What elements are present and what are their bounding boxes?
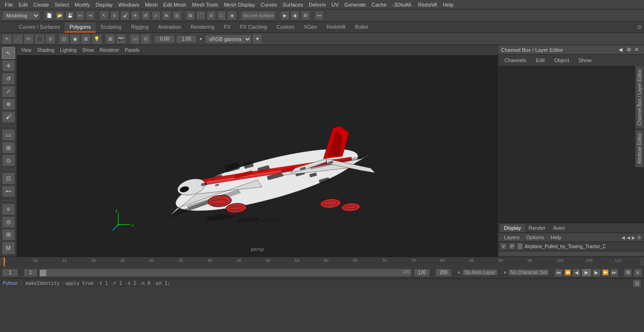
menu-item-surfaces[interactable]: Surfaces: [280, 1, 306, 8]
menu-item-deform[interactable]: Deform: [306, 1, 329, 8]
python-mode-label[interactable]: Python: [3, 281, 17, 286]
snap-grid-button[interactable]: ⊞: [186, 11, 195, 20]
select-tool-button[interactable]: ↖: [99, 11, 109, 20]
quick-select-left-btn[interactable]: ⊞: [2, 142, 15, 154]
ws-tab-curves-surfaces[interactable]: Curves / Surfaces: [14, 22, 65, 32]
layer-vis-btn[interactable]: V: [500, 243, 507, 250]
save-scene-button[interactable]: 💾: [65, 11, 74, 20]
show-menu-btn[interactable]: Show: [80, 47, 96, 53]
color-space-options-btn[interactable]: ▼: [252, 34, 263, 44]
layer-prev-icon[interactable]: ◀: [621, 235, 625, 240]
snap-view-button[interactable]: □: [217, 11, 226, 20]
menu-item-windows[interactable]: Windows: [116, 1, 142, 8]
menu-item-generate[interactable]: Generate: [341, 1, 369, 8]
script-editor-btn[interactable]: ⊡: [633, 279, 641, 288]
layer-color-swatch[interactable]: [517, 243, 523, 250]
menu-item-mesh-display[interactable]: Mesh Display: [221, 1, 258, 8]
edge-tab-attribute-editor[interactable]: Attribute Editor: [635, 130, 644, 167]
prev-key-btn[interactable]: ⏪: [563, 268, 572, 277]
lighting-menu-btn[interactable]: Lighting: [58, 47, 79, 53]
view-menu-btn[interactable]: View: [19, 47, 34, 53]
ws-tab-xgen[interactable]: XGen: [299, 22, 322, 32]
ws-tab-fx[interactable]: FX: [219, 22, 235, 32]
current-frame-field[interactable]: [2, 268, 18, 277]
ws-tab-custom[interactable]: Custom: [272, 22, 299, 32]
uv-mode-btn[interactable]: ⊙: [45, 34, 56, 44]
channel-box-close-icon[interactable]: ✕: [635, 47, 641, 53]
max-frame-field[interactable]: [435, 268, 452, 277]
new-scene-button[interactable]: 📄: [44, 11, 54, 20]
open-scene-button[interactable]: 📂: [55, 11, 64, 20]
vertex-mode-btn[interactable]: ·: [13, 34, 23, 44]
layer-tab-options[interactable]: Options: [523, 234, 547, 241]
menu-item-mesh-tools[interactable]: Mesh Tools: [189, 1, 221, 8]
playback-range-bar[interactable]: 120: [39, 268, 412, 277]
edge-mode-btn[interactable]: ⊢: [24, 34, 34, 44]
next-frame-btn[interactable]: ▶: [592, 268, 601, 277]
exposure-field[interactable]: [154, 35, 175, 43]
panels-menu-btn[interactable]: Panels: [123, 47, 142, 53]
snap-point-button[interactable]: ⊙: [206, 11, 216, 20]
ws-tab-rigging[interactable]: Rigging: [126, 22, 153, 32]
layer-scrollbar[interactable]: [498, 252, 644, 256]
anim-settings-btn[interactable]: ⚙: [624, 268, 632, 277]
menu-item-display[interactable]: Display: [93, 1, 116, 8]
tab-channels[interactable]: Channels: [500, 56, 530, 65]
select-tool-left-btn[interactable]: ↖: [2, 47, 15, 59]
move-tool-left-btn[interactable]: ✛: [2, 60, 15, 72]
paint-tool-left-btn[interactable]: 🖌: [2, 111, 15, 123]
lasso-left-btn[interactable]: ⊙: [2, 154, 15, 166]
ws-tab-fx-caching[interactable]: FX Caching: [235, 22, 272, 32]
panel-tab-render[interactable]: Render: [525, 224, 549, 232]
symmetry-button[interactable]: ⊷: [314, 11, 324, 20]
tab-object[interactable]: Object: [550, 56, 573, 65]
renderer-menu-btn[interactable]: Renderer: [97, 47, 122, 53]
paint-select-button[interactable]: 🖌: [120, 11, 130, 20]
move-tool-button[interactable]: ✛: [131, 11, 140, 20]
render-settings-button[interactable]: ⚙: [301, 11, 310, 20]
play-btn[interactable]: ▶: [581, 268, 592, 277]
camera-btn[interactable]: 📷: [116, 34, 126, 44]
select-mode-btn[interactable]: ↖: [2, 34, 12, 44]
isolate-btn[interactable]: ⊙: [140, 34, 151, 44]
ws-tab-bullet[interactable]: Bullet: [350, 22, 373, 32]
gamma-field[interactable]: [176, 35, 197, 43]
menu-item-edit-mesh[interactable]: Edit Mesh: [160, 1, 189, 8]
ws-tab-polygons[interactable]: Polygons: [65, 22, 95, 32]
universal-tool-left-btn[interactable]: ⊕: [2, 98, 15, 110]
layer-settings-icon[interactable]: ⚙: [637, 235, 641, 240]
menu-item-file[interactable]: File: [2, 1, 16, 8]
layer-next-icon[interactable]: ▶: [632, 235, 636, 240]
snap-live-button[interactable]: ◈: [227, 11, 237, 20]
menu-item-create[interactable]: Create: [31, 1, 52, 8]
layer-tab-layers[interactable]: Layers: [501, 234, 522, 241]
menu-item-3dtall[interactable]: -3DtoAll-: [389, 1, 415, 8]
range-playhead[interactable]: [40, 270, 46, 276]
annotation-left-btn[interactable]: ≡: [2, 203, 15, 215]
render-button[interactable]: ▶: [280, 11, 289, 20]
crease-left-btn[interactable]: ⊞: [2, 229, 15, 241]
lasso-tool-button[interactable]: ⊙: [110, 11, 119, 20]
workspace-mode-dropdown[interactable]: ModelingRiggingAnimationRenderingFXScrip…: [2, 11, 40, 20]
maya-symbol-btn[interactable]: M: [2, 242, 15, 255]
undo-button[interactable]: ↩: [75, 11, 85, 20]
rotate-tool-left-btn[interactable]: ↺: [2, 73, 15, 84]
ws-tab-animation[interactable]: Animation: [153, 22, 186, 32]
layer-tab-help[interactable]: Help: [548, 234, 564, 241]
panel-tab-display[interactable]: Display: [500, 224, 525, 232]
texture-btn[interactable]: ⊞: [81, 34, 91, 44]
menu-item-modify[interactable]: Modify: [72, 1, 92, 8]
menu-item-edit[interactable]: Edit: [16, 1, 31, 8]
render-region-btn[interactable]: ▭: [130, 34, 140, 44]
scale-tool-left-btn[interactable]: ⤢: [2, 86, 15, 97]
menu-item-redshift[interactable]: Redshift: [415, 1, 440, 8]
range-start-field[interactable]: [24, 268, 38, 277]
menu-item-mesh[interactable]: Mesh: [142, 1, 160, 8]
soft-select-button[interactable]: ◎: [172, 11, 182, 20]
scale-tool-button[interactable]: ⤢: [151, 11, 161, 20]
measure-left-btn[interactable]: ⊷: [2, 186, 15, 197]
next-key-btn[interactable]: ⏩: [601, 268, 610, 277]
menu-item-uv[interactable]: UV: [329, 1, 341, 8]
menu-item-help[interactable]: Help: [440, 1, 456, 8]
menu-item-cache[interactable]: Cache: [369, 1, 389, 8]
